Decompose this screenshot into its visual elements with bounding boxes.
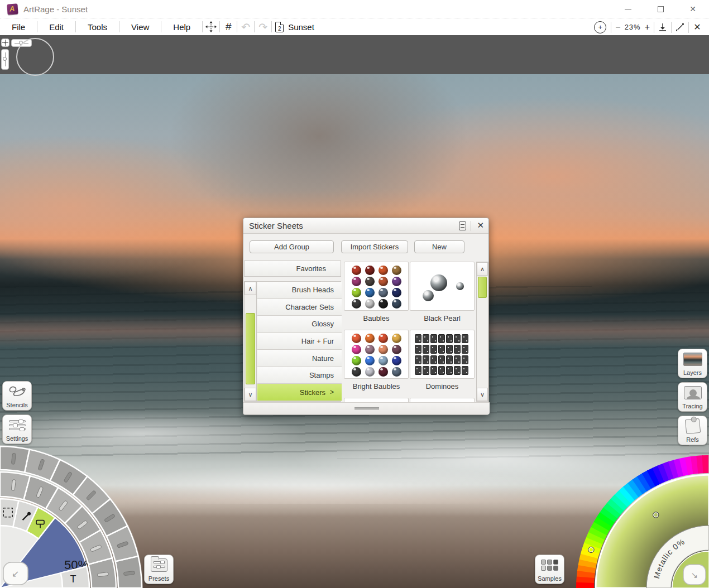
- refs-button[interactable]: Refs: [678, 416, 707, 445]
- menubar: FileEditToolsViewHelp # ↶ ↷ 2 Sunset + −…: [0, 18, 709, 35]
- zoom-in-button[interactable]: +: [641, 22, 654, 32]
- domino-tile: [423, 366, 429, 375]
- group-item-glossy[interactable]: Glossy: [257, 316, 342, 333]
- sheet-preview: [410, 262, 475, 311]
- redo-icon[interactable]: ↷: [255, 20, 271, 34]
- minimize-icon: [625, 9, 631, 9]
- reset-view-icon[interactable]: +: [594, 21, 606, 33]
- sticker-sheet-dominoes[interactable]: Dominoes: [410, 330, 475, 391]
- menu-tools[interactable]: Tools: [76, 22, 119, 32]
- group-item-brush-heads[interactable]: Brush Heads: [257, 282, 342, 299]
- menu-view[interactable]: View: [119, 22, 161, 32]
- bauble-swatch: [365, 288, 375, 297]
- pan-tool-icon[interactable]: [203, 20, 219, 34]
- tool-picker-wheel[interactable]: 50%T↙: [0, 444, 146, 588]
- bauble-swatch: [352, 334, 361, 343]
- presets-icon: [145, 555, 173, 575]
- scroll-down-button[interactable]: ∨: [245, 388, 256, 401]
- settings-button[interactable]: Settings: [2, 415, 32, 444]
- bauble-swatch: [352, 277, 361, 286]
- domino-tile: [454, 355, 461, 364]
- menu-help[interactable]: Help: [161, 22, 202, 32]
- sticker-sheet-black-pearl[interactable]: Black Pearl: [410, 262, 475, 322]
- close-icon: ✕: [689, 4, 696, 13]
- new-button[interactable]: New: [414, 240, 464, 253]
- group-item-character-sets[interactable]: Character Sets: [257, 299, 342, 316]
- settings-label: Settings: [6, 435, 28, 444]
- canvas-move-button[interactable]: [1, 38, 9, 47]
- dialog-titlebar[interactable]: Sticker Sheets ✕: [243, 218, 488, 234]
- canvas-rotation-ring[interactable]: [16, 38, 54, 76]
- bauble-swatch: [365, 299, 375, 309]
- tracing-icon: [678, 383, 707, 403]
- stencils-button[interactable]: Stencils: [2, 381, 32, 411]
- pearl: [430, 274, 447, 291]
- scroll-up-button[interactable]: ∧: [477, 262, 488, 276]
- window-title: ArtRage - Sunset: [23, 4, 88, 14]
- dialog-close-icon[interactable]: ✕: [477, 220, 484, 230]
- scroll-up-button[interactable]: ∧: [245, 282, 256, 295]
- maximize-button[interactable]: [644, 0, 677, 18]
- domino-tile: [415, 334, 421, 343]
- favorites-group-button[interactable]: Favorites: [244, 261, 341, 277]
- bauble-swatch: [392, 288, 401, 297]
- domino-tile: [423, 345, 429, 354]
- sheet-preview: [344, 330, 409, 379]
- undo-icon[interactable]: ↶: [237, 20, 254, 34]
- domino-tile: [415, 355, 421, 364]
- add-group-button[interactable]: Add Group: [250, 240, 334, 253]
- sheet-grid-scrollbar[interactable]: ∧ ∨: [476, 262, 488, 402]
- hue-arc-segment[interactable]: [702, 455, 709, 473]
- group-item-stamps[interactable]: Stamps: [257, 367, 342, 384]
- scroll-down-button[interactable]: ∨: [477, 388, 488, 401]
- bauble-swatch: [392, 299, 401, 309]
- workbench-close-icon[interactable]: ✕: [689, 20, 706, 35]
- group-list-scrollbar[interactable]: ∧ ∨: [245, 282, 257, 401]
- bauble-swatch: [379, 345, 388, 354]
- settings-icon: [3, 415, 31, 435]
- dialog-resize-grip[interactable]: [354, 407, 379, 410]
- domino-tile: [462, 355, 468, 364]
- sheet-name: Dominoes: [410, 382, 475, 391]
- artrage-window: ArtRage - Sunset ✕ FileEditToolsViewHelp…: [0, 0, 709, 588]
- group-item-stickers[interactable]: Stickers>: [257, 384, 342, 401]
- fit-to-screen-icon[interactable]: [654, 20, 671, 35]
- tracing-button[interactable]: Tracing: [678, 382, 707, 412]
- menu-edit[interactable]: Edit: [37, 22, 75, 32]
- bauble-swatch: [392, 356, 401, 365]
- scrollbar-thumb[interactable]: [478, 277, 487, 298]
- dialog-menu-icon[interactable]: [459, 221, 466, 230]
- close-button[interactable]: ✕: [677, 0, 709, 18]
- canvas-vscroll-button[interactable]: [1, 49, 9, 70]
- domino-tile: [438, 355, 445, 364]
- presets-button[interactable]: Presets: [144, 555, 174, 584]
- group-item-hair-fur[interactable]: Hair + Fur: [257, 333, 342, 350]
- zoom-level[interactable]: 23%: [625, 23, 641, 31]
- grid-icon[interactable]: #: [220, 20, 237, 34]
- minimize-button[interactable]: [612, 0, 644, 18]
- bauble-swatch: [379, 356, 388, 365]
- sheet-preview: [344, 262, 409, 311]
- document-tab[interactable]: 2 Sunset: [275, 22, 314, 32]
- import-stickers-button[interactable]: Import Stickers: [341, 240, 408, 253]
- scrollbar-thumb[interactable]: [246, 313, 255, 384]
- sticker-sheet-baubles[interactable]: Baubles: [344, 262, 409, 322]
- dialog-title: Sticker Sheets: [249, 221, 303, 230]
- zoom-out-button[interactable]: −: [611, 22, 624, 32]
- sticker-sheet-bright-baubles[interactable]: Bright Baubles: [344, 330, 409, 391]
- bauble-swatch: [365, 367, 375, 377]
- color-picker-wheel[interactable]: Metallic 0%↘: [574, 453, 709, 588]
- domino-tile: [438, 334, 445, 343]
- bauble-grid: [350, 265, 404, 310]
- layers-button[interactable]: Layers: [678, 349, 707, 378]
- domino-tile: [446, 366, 453, 375]
- group-item-nature[interactable]: Nature: [257, 350, 342, 367]
- bauble-swatch: [352, 299, 361, 309]
- menu-file[interactable]: File: [0, 22, 37, 32]
- window-titlebar: ArtRage - Sunset ✕: [0, 0, 709, 18]
- domino-tile: [446, 334, 453, 343]
- bauble-swatch: [352, 288, 361, 297]
- refs-label: Refs: [686, 436, 699, 445]
- samples-button[interactable]: Samples: [535, 555, 564, 584]
- fullscreen-icon[interactable]: [672, 20, 688, 35]
